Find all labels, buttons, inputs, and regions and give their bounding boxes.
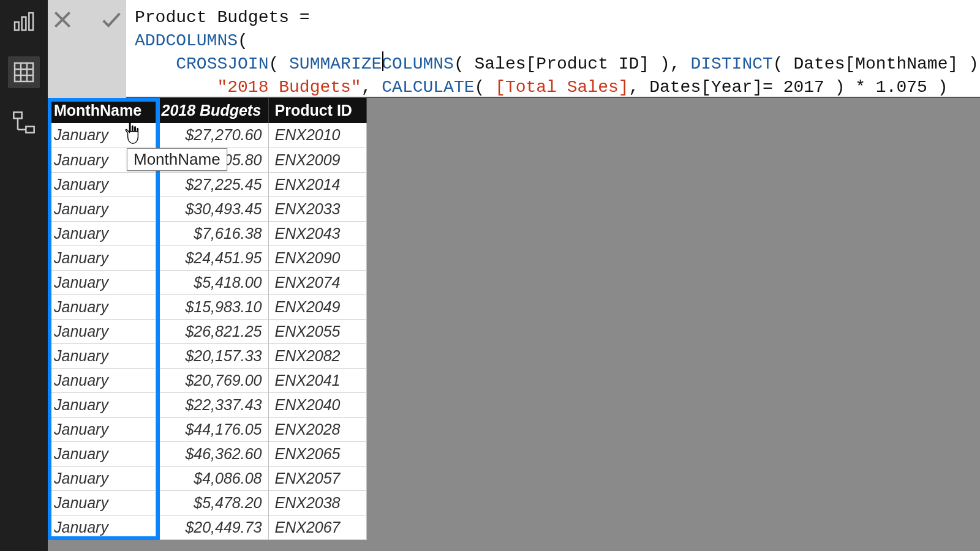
cell-monthname[interactable]: January [48,392,155,417]
cell-budget[interactable]: $20,157.33 [155,343,268,368]
table-row[interactable]: January$20,769.00ENX2041 [48,368,366,392]
dax-token: ( [773,54,794,73]
cell-productid[interactable]: ENX2010 [268,123,366,148]
cell-monthname[interactable]: January [48,490,155,515]
table-row[interactable]: January$20,157.33ENX2082 [48,343,366,368]
table-row[interactable]: January$22,337.43ENX2040 [48,392,366,417]
dax-token: Sales[Product ID] [475,54,650,73]
table-row[interactable]: January$44,176.05ENX2028 [48,417,366,441]
cell-productid[interactable]: ENX2057 [268,466,366,490]
cell-productid[interactable]: ENX2065 [268,441,366,466]
table-row[interactable]: January$26,821.25ENX2055 [48,319,366,343]
cell-productid[interactable]: ENX2067 [268,515,366,539]
cell-monthname[interactable]: January [48,368,155,392]
table-row[interactable]: January$15,983.10ENX2049 [48,294,366,319]
cell-productid[interactable]: ENX2014 [268,172,366,197]
close-icon [50,7,75,32]
cell-budget[interactable]: $7,616.38 [155,221,268,246]
cell-budget[interactable]: $27,225.45 [155,172,268,197]
checkmark-icon [99,7,124,32]
cell-productid[interactable]: ENX2028 [268,417,366,441]
dax-token: CALCULATE [382,78,474,97]
dax-token: ) [927,78,948,97]
table-row[interactable]: January$5,418.00ENX2074 [48,270,366,294]
cell-productid[interactable]: ENX2090 [268,246,366,270]
dax-token: 1.075 [876,78,927,97]
commit-formula-button[interactable] [97,5,126,34]
dax-token: DISTINCT [690,54,772,73]
cell-budget[interactable]: $24,451.95 [155,246,268,270]
table-row[interactable]: January$7,616.38ENX2043 [48,221,366,246]
cell-budget[interactable]: $27,270.60 [155,123,268,148]
table-row[interactable]: January$4,086.08ENX2057 [48,466,366,490]
cell-budget[interactable]: $5,418.00 [155,270,268,294]
dax-token [135,78,217,97]
formula-bar: Product Budgets = ADDCOLUMNS( CROSSJOIN(… [48,0,980,98]
dax-token: Product Budgets = [135,8,310,27]
cell-productid[interactable]: ENX2055 [268,319,366,343]
table-row[interactable]: January$30,493.45ENX2033 [48,197,366,221]
table-row[interactable]: January$24,451.95ENX2090 [48,246,366,270]
table-row[interactable]: January$5,478.20ENX2038 [48,490,366,515]
table-body: January$27,270.60ENX2010January905.80ENX… [48,123,366,539]
cell-productid[interactable]: ENX2074 [268,270,366,294]
cell-productid[interactable]: ENX2043 [268,221,366,246]
dax-token: , [361,78,382,97]
cell-productid[interactable]: ENX2049 [268,294,366,319]
cell-budget[interactable]: $22,337.43 [155,392,268,417]
relationship-icon [12,110,36,135]
dax-token: Dates[Year] [649,78,763,97]
cell-monthname[interactable]: January [48,221,155,246]
formula-bar-actions [48,0,126,98]
cell-productid[interactable]: ENX2082 [268,343,366,368]
cell-monthname[interactable]: January [48,197,155,221]
cell-productid[interactable]: ENX2009 [268,148,366,172]
table-row[interactable]: January$27,270.60ENX2010 [48,123,366,148]
cell-monthname[interactable]: January [48,246,155,270]
column-header-monthname[interactable]: MonthName [48,98,155,123]
cell-monthname[interactable]: January [48,441,155,466]
table-row[interactable]: January$46,362.60ENX2065 [48,441,366,466]
column-header-budgets[interactable]: 2018 Budgets [155,98,268,123]
table-row[interactable]: January$20,449.73ENX2067 [48,515,366,539]
cancel-formula-button[interactable] [48,5,77,34]
cell-monthname[interactable]: January [48,270,155,294]
dax-token: "2018 Budgets" [217,78,361,97]
table-grid-icon [12,60,36,84]
model-view-button[interactable] [8,107,40,138]
cell-budget[interactable]: $26,821.25 [155,319,268,343]
cell-monthname[interactable]: January [48,319,155,343]
data-view-button[interactable] [8,56,40,88]
cell-budget[interactable]: $46,362.60 [155,441,268,466]
cell-productid[interactable]: ENX2041 [268,368,366,392]
cell-monthname[interactable]: January [48,294,155,319]
table-header-row: MonthName 2018 Budgets Product ID [48,98,366,123]
cell-budget[interactable]: $20,769.00 [155,368,268,392]
cell-monthname[interactable]: January [48,466,155,490]
table-row[interactable]: January$27,225.45ENX2014 [48,172,366,197]
cell-budget[interactable]: $30,493.45 [155,197,268,221]
dax-token: ( [454,54,475,73]
cell-budget[interactable]: $44,176.05 [155,417,268,441]
cell-monthname[interactable]: January [48,343,155,368]
cell-productid[interactable]: ENX2038 [268,490,366,515]
cell-budget[interactable]: $20,449.73 [155,515,268,539]
cell-monthname[interactable]: January [48,123,155,148]
cell-monthname[interactable]: January [48,172,155,197]
svg-rect-8 [13,112,21,118]
text-caret [382,51,383,71]
dax-token: ) ), [958,54,980,73]
cell-monthname[interactable]: January [48,417,155,441]
dax-token: ADDCOLUMNS [135,31,238,50]
cell-budget[interactable]: $5,478.20 [155,490,268,515]
cell-budget[interactable]: $15,983.10 [155,294,268,319]
cell-productid[interactable]: ENX2040 [268,392,366,417]
cell-monthname[interactable]: January [48,515,155,539]
column-header-productid[interactable]: Product ID [268,98,366,123]
svg-rect-0 [15,22,19,30]
dax-editor[interactable]: Product Budgets = ADDCOLUMNS( CROSSJOIN(… [126,0,980,103]
column-tooltip: MonthName [127,148,227,171]
cell-productid[interactable]: ENX2033 [268,197,366,221]
report-view-button[interactable] [8,6,40,38]
cell-budget[interactable]: $4,086.08 [155,466,268,490]
